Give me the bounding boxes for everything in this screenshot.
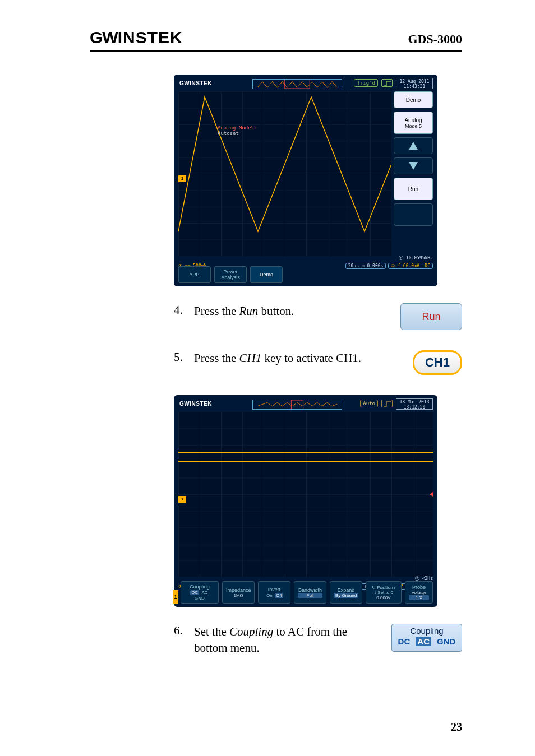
brand-logo: GWGWINSTEKINSTEK <box>90 28 183 47</box>
probe-menu-button[interactable]: Probe Voltage 1 X <box>405 581 433 604</box>
ch1-hardkey[interactable]: CH1 <box>413 350 462 375</box>
side-empty-slot <box>394 203 433 226</box>
side-down-arrow-button[interactable] <box>394 157 433 174</box>
trigger-status: Auto <box>360 400 378 407</box>
side-run-button[interactable]: Run <box>394 178 433 200</box>
coupling-dc-option: DC <box>396 637 412 646</box>
scope-brand: GWINSTEK <box>179 80 212 86</box>
datetime-display: 18 Mar 201313:12:50 <box>396 398 433 410</box>
up-arrow-icon <box>409 142 418 150</box>
frequency-readout: Ⓕ 10.0595kHz <box>399 255 433 261</box>
channel-badge: 1 <box>173 590 178 604</box>
model-number: GDS-3000 <box>408 32 462 47</box>
waveform-preview <box>252 79 342 89</box>
bottom-power-analysis-button[interactable]: PowerAnalysis <box>214 266 247 283</box>
coupling-gnd-option: GND <box>435 637 457 646</box>
coupling-menu-button[interactable]: Coupling DC AC GND <box>181 581 219 604</box>
page-header: GWGWINSTEKINSTEK GDS-3000 <box>90 28 462 52</box>
run-softkey[interactable]: Run <box>400 303 462 330</box>
waveform-grid: Analog Mode5: Autoset 1 <box>178 91 391 256</box>
flat-waveform <box>178 412 433 577</box>
coupling-softkey[interactable]: Coupling DC AC GND <box>391 624 462 652</box>
step-6: 6. Set the Coupling to AC from the botto… <box>174 624 462 657</box>
step-text: Press the CH1 key to activate CH1. <box>194 350 398 367</box>
bottom-menu: APP. PowerAnalysis Demo <box>178 266 433 283</box>
svg-rect-1 <box>291 400 303 409</box>
waveform-preview <box>252 400 342 410</box>
side-menu: Demo Analog Mode 5 Run <box>394 91 433 226</box>
bottom-menu: Coupling DC AC GND Impedance 1MΩ Invert … <box>181 581 433 604</box>
position-menu-button[interactable]: ↻ Position / ↓ Set to 0 0.000V <box>366 581 402 604</box>
expand-menu-button[interactable]: Expand By Ground <box>330 581 362 604</box>
impedance-menu-button[interactable]: Impedance 1MΩ <box>222 581 255 604</box>
datetime-display: 12 Aug 201111:43:31 <box>396 78 433 89</box>
step-number: 5. <box>174 350 186 364</box>
trigger-edge-icon <box>381 79 393 87</box>
bottom-app-button[interactable]: APP. <box>178 266 211 283</box>
bottom-demo-button[interactable]: Demo <box>250 266 283 283</box>
main-content: GWINSTEK Trig'd 12 Aug 201111:43:31 Anal… <box>174 75 462 657</box>
oscilloscope-screenshot-1: GWINSTEK Trig'd 12 Aug 201111:43:31 Anal… <box>174 75 437 286</box>
page-number: 23 <box>451 721 462 734</box>
step-number: 6. <box>174 624 186 638</box>
side-analog-mode-button[interactable]: Analog Mode 5 <box>394 112 433 134</box>
step-5: 5. Press the CH1 key to activate CH1. CH… <box>174 350 462 375</box>
side-up-arrow-button[interactable] <box>394 137 433 154</box>
side-demo-label: Demo <box>394 91 433 108</box>
trigger-status: Trig'd <box>354 79 378 87</box>
coupling-title: Coupling <box>394 626 459 636</box>
bandwidth-menu-button[interactable]: Bandwidth Full <box>294 581 326 604</box>
overlay-message: Analog Mode5: Autoset <box>218 125 257 136</box>
oscilloscope-screenshot-2: GWINSTEK Auto 18 Mar 201313:12:50 1 ① ==… <box>174 395 437 607</box>
down-arrow-icon <box>409 162 418 170</box>
ch1-ground-marker: 1 <box>178 175 186 182</box>
scope-brand: GWINSTEK <box>179 401 212 407</box>
invert-menu-button[interactable]: Invert On Off <box>258 581 290 604</box>
step-4: 4. Press the Run button. Run <box>174 303 462 330</box>
waveform-grid: 1 <box>178 412 433 577</box>
svg-marker-4 <box>430 492 433 497</box>
coupling-ac-option: AC <box>416 637 431 646</box>
step-text: Press the Run button. <box>194 303 386 319</box>
ch1-ground-marker: 1 <box>178 496 186 503</box>
trigger-edge-icon <box>381 400 393 407</box>
triangle-waveform <box>178 91 391 256</box>
step-text: Set the Coupling to AC from the bottom m… <box>194 624 377 657</box>
step-number: 4. <box>174 303 186 317</box>
